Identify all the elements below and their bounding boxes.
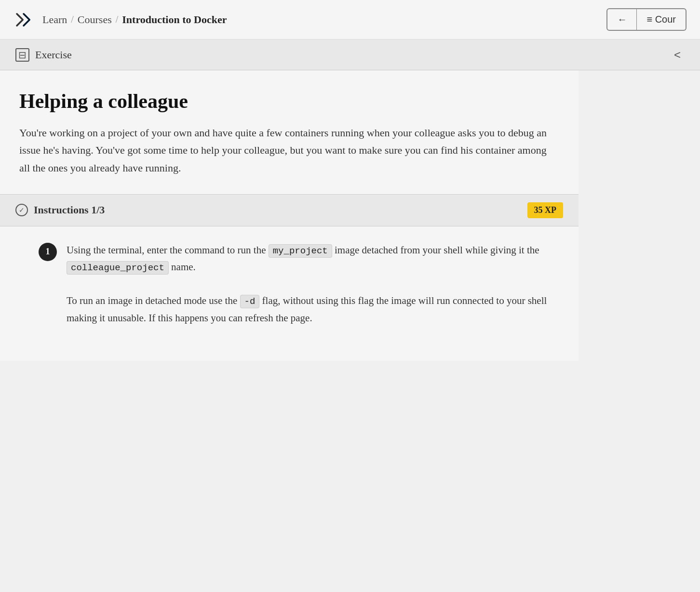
breadcrumb-sep1: / [71,14,74,25]
instructions-header: ✓ Instructions 1/3 35 XP [0,194,579,226]
instruction-p3: name. [169,261,196,273]
breadcrumb-current: Introduction to Docker [122,13,227,26]
nav-left: Learn / Courses / Introduction to Docker [13,10,227,30]
inline-code-d-flag: -d [240,295,260,308]
breadcrumb-learn[interactable]: Learn [42,13,67,26]
datacamp-logo-icon [13,10,34,30]
exercise-label: Exercise [35,49,72,61]
instruction-body: 1 Using the terminal, enter the command … [19,226,579,342]
instruction-p2: image detached from your shell while giv… [332,244,539,256]
breadcrumb-sep2: / [116,14,119,25]
collapse-button[interactable]: < [670,46,685,64]
exercise-header-left: ⊟ Exercise [15,48,72,62]
instructions-left: ✓ Instructions 1/3 [15,204,105,216]
instruction-line2-p1: To run an image in detached mode use the [67,295,240,306]
instruction-text: Using the terminal, enter the command to… [67,242,559,326]
instructions-label: Instructions 1/3 [34,204,105,216]
course-menu-button[interactable]: ≡ Cour [637,8,687,31]
exercise-icon: ⊟ [15,48,29,62]
instruction-p1: Using the terminal, enter the command to… [67,244,269,256]
xp-badge: 35 XP [527,202,564,218]
back-button[interactable]: ← [606,8,637,31]
exercise-title: Helping a colleague [19,90,559,113]
exercise-description: You're working on a project of your own … [19,124,559,177]
exercise-header: ⊟ Exercise < [0,39,700,70]
instruction-item-1: 1 Using the terminal, enter the command … [39,242,559,326]
main-content: Helping a colleague You're working on a … [0,70,579,361]
nav-right: ← ≡ Cour [606,8,687,31]
breadcrumb-courses[interactable]: Courses [78,13,112,26]
inline-code-my-project: my_project [269,244,332,258]
step-number: 1 [39,243,57,261]
breadcrumb: Learn / Courses / Introduction to Docker [42,13,227,26]
check-circle-icon: ✓ [15,204,28,216]
top-navigation: Learn / Courses / Introduction to Docker… [0,0,700,39]
inline-code-colleague-project: colleague_project [67,261,169,275]
